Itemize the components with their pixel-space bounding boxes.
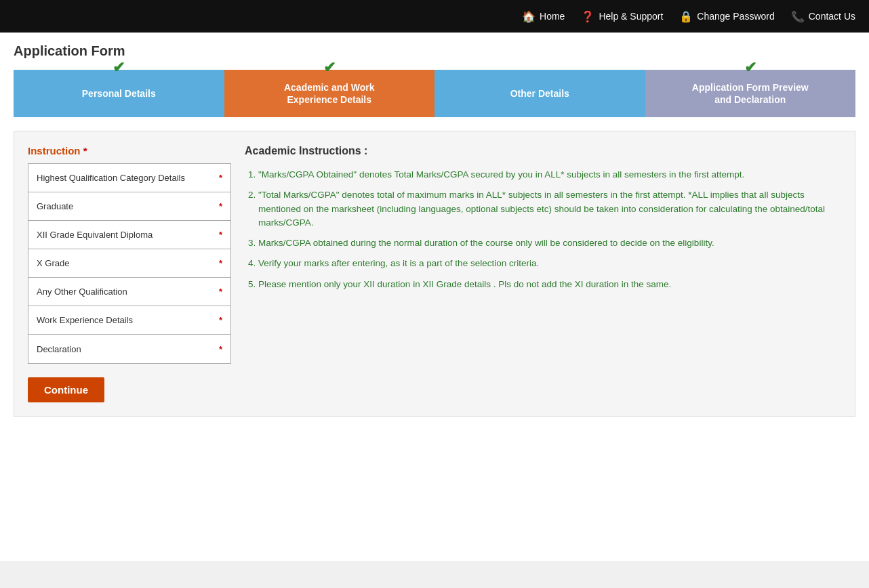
instruction-item-2: "Total Marks/CGPA" denotes total of maxi…	[258, 188, 841, 230]
instruction-item-1: "Marks/CGPA Obtained" denotes Total Mark…	[258, 168, 841, 182]
sidebar-item-x-grade[interactable]: X Grade *	[28, 249, 230, 278]
sidebar-item-label-graduate: Graduate	[37, 201, 73, 211]
step-preview[interactable]: ✔ Application Form Previewand Declaratio…	[645, 70, 856, 117]
instructions-title-text: Academic Instructions	[245, 145, 361, 156]
sidebar-item-graduate[interactable]: Graduate *	[28, 192, 230, 221]
step-academic-check: ✔	[323, 59, 336, 77]
sidebar-menu: Highest Qualification Category Details *…	[28, 163, 231, 364]
sidebar-item-work-experience[interactable]: Work Experience Details *	[28, 306, 230, 335]
instruction-item-5: Please mention only your XII duration in…	[258, 278, 841, 291]
instruction-label: Instruction	[28, 145, 81, 156]
sidebar-item-highest-qualification[interactable]: Highest Qualification Category Details *	[28, 164, 230, 192]
steps-container: ✔ Personal Details ✔ Academic and WorkEx…	[14, 70, 855, 117]
sidebar-required-graduate: *	[219, 201, 222, 211]
sidebar-required-work: *	[219, 315, 222, 325]
content-area: Instruction * Highest Qualification Cate…	[14, 131, 855, 417]
nav-contact[interactable]: 📞 Contact Us	[791, 10, 855, 23]
sidebar-item-other-qualification[interactable]: Any Other Qualification *	[28, 278, 230, 306]
nav-help-label: Help & Support	[599, 11, 663, 22]
step-personal-label: Personal Details	[82, 87, 156, 100]
step-academic-label: Academic and WorkExperience Details	[284, 81, 375, 106]
sidebar-required-other-qual: *	[219, 287, 222, 297]
instructions-title: Academic Instructions :	[245, 145, 841, 157]
instructions-list: "Marks/CGPA Obtained" denotes Total Mark…	[245, 168, 841, 291]
home-icon: 🏠	[522, 10, 535, 23]
instruction-required: *	[81, 145, 87, 156]
nav-password-label: Change Password	[697, 11, 774, 22]
sidebar-item-label-declaration: Declaration	[37, 344, 81, 354]
lock-icon: 🔒	[679, 10, 693, 23]
nav-change-password[interactable]: 🔒 Change Password	[679, 10, 774, 23]
instructions-separator: :	[364, 145, 367, 156]
sidebar-required-hqcd: *	[219, 173, 222, 183]
sidebar-required-declaration: *	[219, 344, 222, 354]
page-title: Application Form	[14, 43, 855, 59]
step-other-label: Other Details	[510, 87, 569, 100]
sidebar-required-x: *	[219, 258, 222, 268]
page-wrapper: Application Form ✔ Personal Details ✔ Ac…	[0, 33, 869, 561]
sidebar-item-label-x: X Grade	[37, 258, 69, 268]
sidebar-item-label-work: Work Experience Details	[37, 315, 133, 325]
instruction-header: Instruction *	[28, 145, 231, 156]
step-other[interactable]: Other Details	[435, 70, 645, 117]
step-preview-label: Application Form Previewand Declaration	[692, 81, 809, 106]
sidebar-item-label-other-qual: Any Other Qualification	[37, 287, 127, 297]
instruction-item-3: Marks/CGPA obtained during the normal du…	[258, 236, 841, 250]
nav-home[interactable]: 🏠 Home	[522, 10, 565, 23]
help-icon: ❓	[581, 10, 594, 23]
sidebar-item-label-hqcd: Highest Qualification Category Details	[37, 173, 185, 183]
navbar: 🏠 Home ❓ Help & Support 🔒 Change Passwor…	[0, 0, 869, 33]
sidebar-item-xii-grade[interactable]: XII Grade Equivalent Diploma *	[28, 221, 230, 249]
instruction-item-4: Verify your marks after entering, as it …	[258, 257, 841, 270]
step-personal-check: ✔	[113, 59, 125, 77]
step-preview-check: ✔	[744, 59, 756, 77]
step-personal[interactable]: ✔ Personal Details	[14, 70, 224, 117]
sidebar: Instruction * Highest Qualification Cate…	[28, 145, 231, 402]
phone-icon: 📞	[791, 10, 805, 23]
nav-help[interactable]: ❓ Help & Support	[581, 10, 663, 23]
sidebar-item-declaration[interactable]: Declaration *	[28, 335, 230, 363]
instructions-panel: Academic Instructions : "Marks/CGPA Obta…	[245, 145, 841, 402]
step-academic[interactable]: ✔ Academic and WorkExperience Details	[224, 70, 435, 117]
nav-home-label: Home	[540, 11, 565, 22]
continue-button[interactable]: Continue	[28, 377, 104, 402]
sidebar-item-label-xii: XII Grade Equivalent Diploma	[37, 230, 153, 240]
sidebar-required-xii: *	[219, 230, 222, 240]
nav-contact-label: Contact Us	[809, 11, 855, 22]
